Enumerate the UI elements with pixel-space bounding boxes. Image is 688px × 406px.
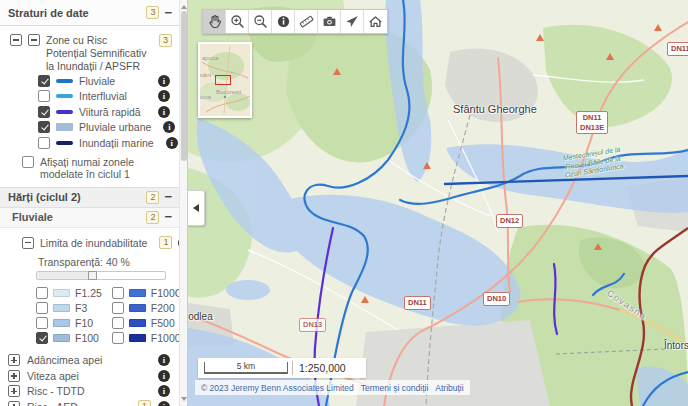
- interfluvial-checkbox[interactable]: [38, 90, 50, 102]
- zoom-out-button[interactable]: [249, 10, 272, 33]
- minimap-extent-rectangle[interactable]: [215, 75, 231, 85]
- scalebar-distance: 5 km: [205, 361, 287, 371]
- zoom-out-icon: [253, 14, 268, 29]
- f100-checkbox[interactable]: [36, 332, 48, 344]
- copyright-text: © 2023 Jeremy Benn Associates Limited: [201, 383, 354, 393]
- pluviale-checkbox[interactable]: [38, 121, 50, 133]
- f10-label: F10: [75, 317, 93, 329]
- home-button[interactable]: [364, 10, 387, 33]
- layer-row-viitura: Viitură rapidă: [0, 104, 180, 120]
- level-row-f125: F1.25: [36, 286, 102, 301]
- minimap-label-cluj: apoca: [202, 55, 218, 61]
- road-shield-dn11-top: DN11: [667, 42, 688, 56]
- screenshot-button[interactable]: [318, 10, 341, 33]
- expand-icon[interactable]: [8, 385, 20, 397]
- section-water-depth: Adâncimea apei: [0, 353, 180, 369]
- fluviale-label: Fluviale: [79, 75, 115, 87]
- maps-cycle2-header: Hărți (ciclul 2) 2: [0, 187, 180, 208]
- collapse-all-expander[interactable]: [10, 34, 22, 46]
- f125-checkbox[interactable]: [36, 287, 48, 299]
- collapse-section-icon[interactable]: [164, 8, 172, 18]
- fluvial-maps-badge: 2: [146, 211, 159, 224]
- fluvial-maps-header: Fluviale 2: [0, 208, 180, 228]
- shield-line-2: DN13E: [580, 123, 604, 133]
- road-shield-dn11-dn13e: DN11 DN13E: [576, 111, 608, 134]
- scrollbar-thumb[interactable]: [181, 11, 187, 161]
- info-icon[interactable]: [158, 90, 170, 102]
- minimap-label-bucharest: București: [216, 89, 241, 95]
- map-viewport[interactable]: Sfântu Gheorghe Codlea Covasna Întorsura…: [188, 0, 688, 406]
- slider-thumb[interactable]: [88, 271, 97, 280]
- info-icon[interactable]: [158, 354, 170, 366]
- camera-icon: [322, 14, 337, 29]
- info-icon[interactable]: [158, 385, 170, 397]
- info-icon[interactable]: [158, 106, 170, 118]
- flood-extent-expander[interactable]: [22, 237, 34, 249]
- f10-swatch: [53, 319, 70, 327]
- map-toolbar: [202, 9, 388, 34]
- info-icon[interactable]: [166, 137, 178, 149]
- measure-button[interactable]: [295, 10, 318, 33]
- level-row-f500: F500: [112, 316, 188, 331]
- f100cc-swatch: [129, 289, 146, 297]
- f200-checkbox[interactable]: [112, 302, 124, 314]
- info-icon[interactable]: [158, 401, 170, 406]
- sidebar-content: Straturi de date 3 Zone cu Risc Potenția…: [0, 0, 180, 406]
- layer-row-fluviale: Fluviale: [0, 73, 180, 89]
- water-speed-label: Viteza apei: [27, 370, 79, 382]
- collapsed-layer-sections: Adâncimea apei Viteza apei Risc - TDTD: [0, 346, 180, 406]
- expand-icon[interactable]: [8, 401, 20, 406]
- cycle1-filter-checkbox[interactable]: [22, 156, 34, 168]
- data-layers-title: Straturi de date: [8, 7, 89, 19]
- locate-button[interactable]: [341, 10, 364, 33]
- attributions-link[interactable]: Atribuții: [435, 383, 463, 393]
- minimap-label-craiova: iova: [200, 94, 211, 100]
- collapse-section-icon[interactable]: [164, 192, 172, 202]
- apsfr-expander[interactable]: [28, 34, 40, 46]
- scroll-down-icon[interactable]: [181, 397, 187, 403]
- f1000-label: F1000: [151, 332, 181, 344]
- section-risc-aed: Risc - AED 1: [0, 399, 180, 406]
- maps-cycle2-title: Hărți (ciclul 2): [8, 191, 81, 203]
- info-icon[interactable]: [158, 75, 170, 87]
- f1000-checkbox[interactable]: [112, 332, 124, 344]
- level-row-f1000: F1000: [112, 331, 188, 346]
- town-label-codlea: Codlea: [188, 311, 213, 322]
- apsfr-group-row: Zone cu Risc Potențial Semnificativ la I…: [0, 26, 180, 73]
- f10-checkbox[interactable]: [36, 317, 48, 329]
- water-depth-label: Adâncimea apei: [27, 354, 102, 366]
- sidebar-collapse-button[interactable]: [188, 190, 205, 226]
- viitura-checkbox[interactable]: [38, 106, 50, 118]
- identify-button[interactable]: [272, 10, 295, 33]
- terms-link[interactable]: Termeni și condiții: [361, 383, 429, 393]
- info-icon[interactable]: [163, 121, 175, 133]
- f500-checkbox[interactable]: [112, 317, 124, 329]
- overview-minimap[interactable]: apoca mâni iova București: [198, 42, 252, 118]
- transparency-slider[interactable]: [36, 271, 166, 280]
- scalebar-divider: [292, 361, 293, 375]
- viitura-swatch: [56, 110, 73, 114]
- expand-icon[interactable]: [8, 370, 20, 382]
- expand-icon[interactable]: [8, 354, 20, 366]
- transparency-label: Transparență: 40 %: [0, 250, 180, 268]
- map-canvas[interactable]: [188, 0, 688, 406]
- f100cc-checkbox[interactable]: [112, 287, 124, 299]
- collapse-section-icon[interactable]: [164, 212, 172, 222]
- info-icon[interactable]: [158, 370, 170, 382]
- level-row-f10: F10: [36, 316, 102, 331]
- shield-line-1: DN11: [580, 113, 604, 123]
- zoom-in-icon: [230, 14, 245, 29]
- pan-tool-button[interactable]: [203, 10, 226, 33]
- chevron-left-icon: [193, 204, 199, 212]
- maps-cycle2-badge: 2: [146, 191, 159, 204]
- scroll-up-icon[interactable]: [181, 3, 187, 9]
- f3-checkbox[interactable]: [36, 302, 48, 314]
- marine-checkbox[interactable]: [38, 137, 50, 149]
- viitura-label: Viitură rapidă: [79, 106, 141, 118]
- scale-ratio: 1:250,000: [299, 362, 346, 374]
- risc-tdtd-label: Risc - TDTD: [27, 385, 85, 397]
- zoom-in-button[interactable]: [226, 10, 249, 33]
- sidebar-scrollbar[interactable]: [179, 0, 187, 406]
- slider-fill: [37, 272, 88, 279]
- fluviale-checkbox[interactable]: [38, 75, 50, 87]
